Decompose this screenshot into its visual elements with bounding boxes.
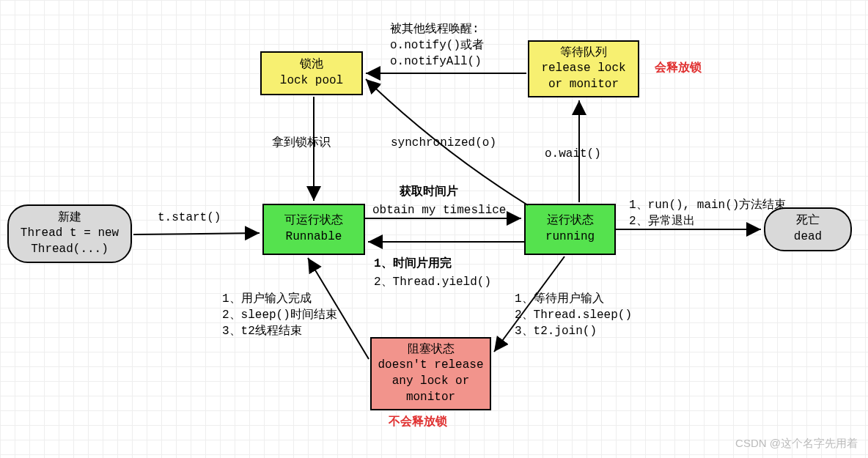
edge-to-blocked-2: 2、Thread.sleep()	[515, 308, 632, 324]
state-new-sub1: Thread t = new	[21, 226, 119, 242]
note-wont-release: 不会释放锁	[389, 415, 447, 431]
edge-wakeup-header: 被其他线程唤醒:	[390, 22, 479, 38]
edge-from-blocked-3: 3、t2线程结束	[222, 324, 302, 340]
state-running: 运行状态 running	[524, 204, 616, 255]
edge-to-blocked-1: 1、等待用户输入	[515, 292, 604, 308]
state-running-sub: running	[545, 229, 595, 245]
edge-slice-used-1: 1、时间片用完	[374, 256, 452, 273]
state-runnable-sub: Runnable	[286, 229, 342, 245]
edge-wakeup-l2: o.notifyAll()	[390, 54, 482, 70]
state-new-title: 新建	[58, 210, 81, 226]
edge-got-lock-flag: 拿到锁标识	[272, 136, 331, 152]
edge-obtain-ts-en: obtain my timeslice	[372, 203, 506, 219]
state-lockpool: 锁池 lock pool	[260, 51, 363, 95]
state-dead: 死亡 dead	[764, 207, 852, 251]
edge-to-blocked-3: 3、t2.join()	[515, 324, 597, 340]
note-will-release: 会释放锁	[655, 61, 702, 77]
edge-slice-used-2: 2、Thread.yield()	[374, 275, 491, 291]
state-lockpool-sub: lock pool	[280, 73, 343, 89]
edge-start-call: t.start()	[158, 210, 221, 226]
edge-wakeup-l1: o.notify()或者	[390, 38, 484, 54]
state-running-title: 运行状态	[547, 213, 594, 229]
state-blocked-sub1: doesn't release	[378, 358, 483, 374]
state-dead-title: 死亡	[796, 213, 820, 229]
state-blocked-sub3: monitor	[406, 390, 455, 406]
state-waitq-sub1: release lock	[541, 61, 625, 77]
edge-owait-call: o.wait()	[545, 147, 601, 163]
state-lockpool-title: 锁池	[300, 57, 323, 73]
state-runnable-title: 可运行状态	[284, 213, 343, 229]
edge-from-blocked-2: 2、sleep()时间结束	[222, 308, 337, 324]
edge-to-dead-2: 2、异常退出	[629, 214, 695, 230]
state-waitq-title: 等待队列	[560, 45, 607, 62]
state-blocked-sub2: any lock or	[392, 374, 470, 390]
state-new: 新建 Thread t = new Thread(...)	[7, 204, 132, 263]
edge-to-dead-1: 1、run(), main()方法结束	[629, 198, 786, 214]
watermark: CSDN @这个名字先用着	[735, 437, 858, 451]
state-dead-sub: dead	[794, 229, 822, 245]
state-waitq-sub2: or monitor	[548, 77, 619, 93]
state-blocked-title: 阻塞状态	[408, 342, 455, 358]
edge-obtain-ts-cn: 获取时间片	[400, 185, 458, 201]
state-waitq: 等待队列 release lock or monitor	[528, 40, 639, 97]
state-blocked: 阻塞状态 doesn't release any lock or monitor	[370, 337, 491, 410]
state-new-sub2: Thread(...)	[31, 242, 108, 258]
state-runnable: 可运行状态 Runnable	[262, 204, 365, 255]
edge-from-blocked-1: 1、用户输入完成	[222, 292, 312, 308]
edge-synchronized-call: synchronized(o)	[391, 136, 496, 152]
